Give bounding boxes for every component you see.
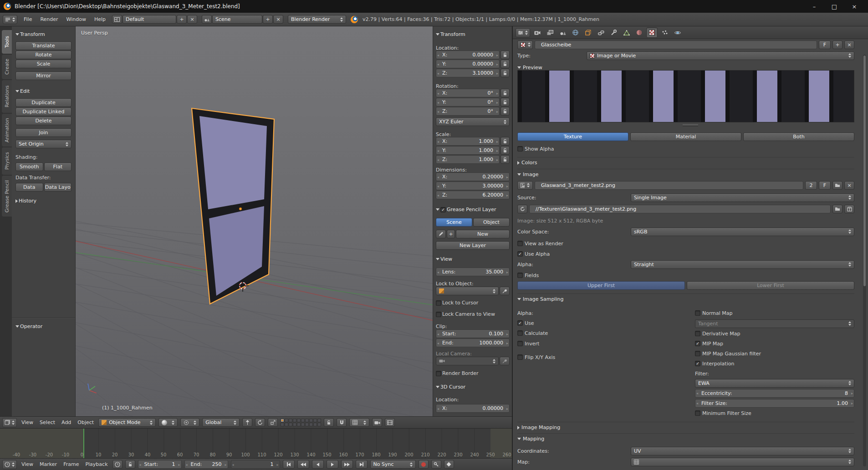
rotation-y-field[interactable]: Y:0° [436, 98, 500, 106]
normal-map-checkbox[interactable] [695, 310, 700, 316]
close-layout-button[interactable]: × [187, 15, 197, 24]
layers-widget[interactable] [281, 419, 321, 426]
tab-object-data[interactable] [621, 27, 632, 38]
layer-cell[interactable] [313, 419, 317, 422]
timeline-menu-playback[interactable]: Playback [83, 461, 109, 467]
clip-end-field[interactable]: End:1000.000 [436, 339, 510, 347]
upper-first-button[interactable]: Upper First [517, 281, 685, 290]
alpha-use-checkbox[interactable] [517, 320, 523, 326]
dimensions-y-field[interactable]: Y:3.00000 [436, 182, 510, 190]
flip-xy-checkbox[interactable] [517, 354, 523, 360]
gp-draw-button[interactable] [436, 230, 446, 238]
rotation-z-field[interactable]: Z:0° [436, 107, 500, 116]
jump-to-start-button[interactable] [283, 460, 295, 469]
layer-cell[interactable] [293, 423, 296, 426]
maximize-button[interactable]: □ [824, 0, 844, 13]
preview-material-button[interactable]: Material [630, 132, 741, 141]
current-frame-field[interactable]: 1 [231, 460, 280, 469]
show-alpha-checkbox[interactable] [517, 146, 523, 152]
tab-physics[interactable] [672, 27, 683, 38]
add-layout-button[interactable]: + [177, 15, 187, 24]
screen-layout-browse-button[interactable] [112, 15, 122, 24]
grease-pencil-panel-header[interactable]: Grease Pencil Layer [436, 205, 510, 214]
image-source-select[interactable]: Single Image [631, 193, 854, 202]
location-x-field[interactable]: X:0.00000 [436, 51, 500, 59]
viewport-menu-view[interactable]: View [20, 419, 35, 425]
frame-start-field[interactable]: Start:1 [138, 460, 182, 469]
lock-icon[interactable] [500, 69, 510, 77]
image-mapping-panel-header[interactable]: Image Mapping [517, 422, 854, 431]
layer-cell[interactable] [281, 423, 284, 426]
tab-particles[interactable] [659, 27, 670, 38]
tab-constraints[interactable] [595, 27, 607, 38]
derivative-map-checkbox[interactable] [695, 331, 700, 336]
alpha-mode-select[interactable]: Straight [631, 260, 854, 269]
editor-type-timeline-button[interactable] [2, 460, 17, 469]
texture-type-select[interactable]: Image or Movie [587, 51, 854, 60]
viewport-shading-select[interactable] [158, 418, 178, 427]
view-panel-header[interactable]: View [436, 255, 510, 263]
glass-pane-upper[interactable] [199, 116, 267, 209]
reload-image-button[interactable] [517, 205, 527, 213]
layer-cell[interactable] [297, 423, 301, 426]
uv-map-select[interactable] [631, 458, 854, 466]
scene-selector[interactable]: Scene [212, 15, 262, 24]
pivot-point-select[interactable] [180, 418, 199, 427]
use-preview-range-button[interactable] [112, 460, 123, 469]
grease-pencil-checkbox[interactable] [440, 207, 446, 212]
layer-cell[interactable] [285, 423, 288, 426]
sync-mode-select[interactable]: No Sync [370, 460, 416, 469]
lock-icon[interactable] [500, 155, 510, 164]
snap-magnet-button[interactable] [337, 418, 347, 427]
layer-cell[interactable] [285, 419, 288, 422]
timeline-menu-marker[interactable]: Marker [38, 461, 59, 467]
rotate-button[interactable]: Rotate [15, 51, 71, 59]
mirror-button[interactable]: Mirror [15, 71, 71, 80]
fields-checkbox[interactable] [517, 273, 523, 278]
filepath-field[interactable]: //Texturen\Glaswand_3_meter_test2.png [529, 205, 831, 213]
view-as-render-checkbox[interactable] [517, 241, 523, 246]
close-scene-button[interactable]: × [273, 15, 283, 24]
location-z-field[interactable]: Z:3.10000 [436, 69, 500, 77]
data-transfer-layout-button[interactable]: Data Layo [44, 183, 72, 192]
colorspace-select[interactable]: sRGB [631, 227, 854, 236]
local-camera-field[interactable] [436, 357, 499, 365]
lock-to-cursor-checkbox[interactable] [436, 300, 441, 306]
lock-icon[interactable] [500, 137, 510, 146]
scale-z-field[interactable]: Z:1.000 [436, 155, 500, 164]
editor-type-info-button[interactable] [3, 15, 17, 24]
lock-camera-checkbox[interactable] [436, 312, 441, 317]
filter-select[interactable]: EWA [695, 379, 854, 388]
tab-animation[interactable]: Animation [2, 114, 12, 147]
image-panel-header[interactable]: Image [517, 169, 854, 178]
unlink-texture-button[interactable]: × [844, 40, 854, 49]
frame-end-field[interactable]: End:250 [184, 460, 228, 469]
transform-orientation-select[interactable]: Global [202, 418, 240, 427]
layer-cell[interactable] [301, 423, 305, 426]
editor-type-properties-button[interactable] [516, 28, 530, 37]
eyedropper-button[interactable] [500, 357, 510, 365]
3d-scene[interactable] [76, 26, 433, 416]
viewport-menu-select[interactable]: Select [38, 419, 57, 425]
layer-cell[interactable] [281, 419, 284, 422]
opengl-render-still-button[interactable] [372, 418, 382, 427]
tab-grease-pencil[interactable]: Grease Pencil [2, 176, 12, 217]
rotation-x-field[interactable]: X:0° [436, 89, 500, 97]
prev-keyframe-button[interactable] [297, 460, 309, 469]
layer-cell[interactable] [289, 423, 292, 426]
screen-layout-selector[interactable]: Default [123, 15, 176, 24]
rotation-mode-select[interactable]: XYZ Euler [436, 117, 510, 126]
timeline-track[interactable]: -40 -30 -20 -10 0 10 20 30 40 50 60 70 8… [0, 428, 512, 458]
opengl-render-anim-button[interactable] [385, 418, 395, 427]
tab-render[interactable] [531, 27, 543, 38]
tab-tools[interactable]: Tools [2, 30, 12, 54]
cursor-panel-header[interactable]: 3D Cursor [436, 383, 510, 391]
join-button[interactable]: Join [15, 128, 71, 137]
render-engine-select[interactable]: Blender Render [288, 15, 346, 24]
layer-cell[interactable] [309, 419, 313, 422]
use-alpha-checkbox[interactable] [517, 251, 523, 257]
gp-add-button[interactable]: + [447, 230, 455, 238]
colors-panel-header[interactable]: Colors [517, 157, 854, 166]
texture-name-field[interactable]: Glasscheibe [535, 40, 817, 49]
tab-create[interactable]: Create [2, 55, 12, 79]
